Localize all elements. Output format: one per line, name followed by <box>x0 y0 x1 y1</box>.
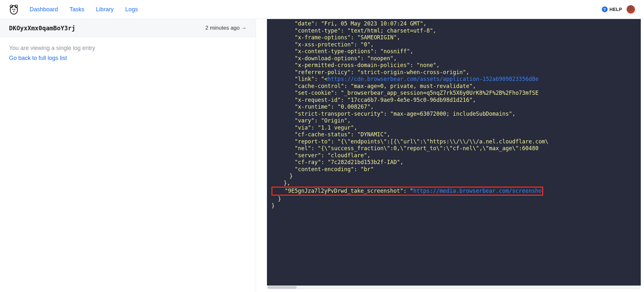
code-line: "server": "cloudflare", <box>271 152 370 159</box>
code-line: "content-type": "text/html; charset=utf-… <box>271 27 436 34</box>
code-link[interactable]: https://cdn.browserbear.com/assets/appli… <box>327 76 538 82</box>
code-wrap: "date": "Fri, 05 May 2023 10:07:24 GMT",… <box>267 19 641 286</box>
help-icon: ? <box>602 6 608 12</box>
horizontal-scrollbar[interactable] <box>267 286 640 289</box>
code-line: } <box>271 202 275 209</box>
code-line: }, <box>271 180 290 186</box>
nav-library[interactable]: Library <box>96 6 114 13</box>
nav-dashboard[interactable]: Dashboard <box>30 6 58 13</box>
code-panel[interactable]: "date": "Fri, 05 May 2023 10:07:24 GMT",… <box>267 19 641 286</box>
code-line: "x-xss-protection": "0", <box>271 41 374 48</box>
right-panel: "date": "Fri, 05 May 2023 10:07:24 GMT",… <box>256 19 644 292</box>
code-line: "x-content-type-options": "nosniff", <box>271 48 413 54</box>
svg-point-5 <box>13 11 14 12</box>
code-line: "date": "Fri, 05 May 2023 10:07:24 GMT", <box>271 20 426 27</box>
code-line: "nel": "{\"success_fraction\":0,\"report… <box>271 145 538 151</box>
single-entry-hint: You are viewing a single log entry <box>9 45 247 52</box>
app-header: Dashboard Tasks Library Logs ? HELP <box>0 0 644 19</box>
log-entry-time[interactable]: 2 minutes ago → <box>205 25 247 31</box>
svg-point-4 <box>14 9 15 10</box>
help-label: HELP <box>610 7 622 12</box>
code-line: "x-request-id": "17cca6b7-9ae9-4e5e-95c0… <box>271 97 476 103</box>
code-line: "set-cookie": "_browserbear_app_session=… <box>271 90 538 96</box>
app-logo-icon[interactable] <box>9 4 19 15</box>
code-link[interactable]: https://media.browserbear.com/screensho <box>413 188 542 194</box>
main: DKOyxXmx0qamBoY3rj 2 minutes ago → You a… <box>0 19 644 292</box>
code-line: "referrer-policy": "strict-origin-when-c… <box>271 69 469 75</box>
header-right: ? HELP <box>602 5 635 14</box>
avatar[interactable] <box>627 5 635 14</box>
code-line: "via": "1.1 vegur", <box>271 124 357 131</box>
nav-logs[interactable]: Logs <box>125 6 138 13</box>
code-line: } <box>271 196 281 202</box>
code-line: "x-runtime": "0.008267", <box>271 103 374 110</box>
svg-point-0 <box>10 6 18 14</box>
code-line: "vary": "Origin", <box>271 117 351 124</box>
code-line: "report-to": "{\"endpoints\":[{\"url\":\… <box>271 138 548 145</box>
code-line: "link": "<https://cdn.browserbear.com/as… <box>271 76 538 82</box>
back-to-logs-link[interactable]: Go back to full logs list <box>9 55 67 61</box>
code-line: "x-frame-options": "SAMEORIGIN", <box>271 34 400 41</box>
header-left: Dashboard Tasks Library Logs <box>9 4 138 15</box>
code-line: "x-download-options": "noopen", <box>271 55 397 62</box>
log-entry-id: DKOyxXmx0qamBoY3rj <box>9 24 75 32</box>
log-entry-bar: DKOyxXmx0qamBoY3rj 2 minutes ago → <box>0 19 256 37</box>
code-line: "cache-control": "max-age=0, private, mu… <box>271 83 476 89</box>
main-nav: Dashboard Tasks Library Logs <box>30 6 138 13</box>
code-line: } <box>271 173 293 179</box>
scrollbar-thumb[interactable] <box>268 286 297 289</box>
code-line: "content-encoding": "br" <box>271 166 374 172</box>
code-line: "cf-ray": "7c282d21bd153b2f-IAD", <box>271 159 403 165</box>
svg-point-3 <box>13 9 14 10</box>
highlighted-line: "9E5gnJza7l2yPvDrwd_take_screenshot": "h… <box>271 187 543 196</box>
code-line: "cf-cache-status": "DYNAMIC", <box>271 131 390 138</box>
code-line: "x-permitted-cross-domain-policies": "no… <box>271 62 440 68</box>
left-body: You are viewing a single log entry Go ba… <box>0 37 256 69</box>
left-panel: DKOyxXmx0qamBoY3rj 2 minutes ago → You a… <box>0 19 256 292</box>
nav-tasks[interactable]: Tasks <box>70 6 84 13</box>
code-line: "strict-transport-security": "max-age=63… <box>271 111 516 117</box>
help-button[interactable]: ? HELP <box>602 6 622 12</box>
